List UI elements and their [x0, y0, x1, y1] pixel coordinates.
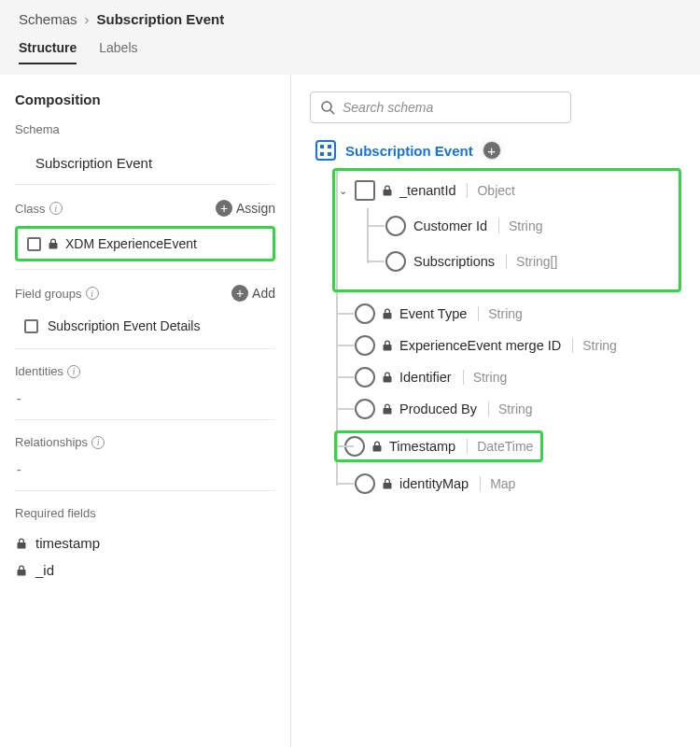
field-shape-icon — [385, 216, 406, 236]
field-type: String — [572, 338, 617, 353]
field-name: Event Type — [399, 306, 467, 321]
required-fields-label: Required fields — [15, 506, 96, 520]
root-node-icon[interactable] — [315, 140, 336, 161]
search-icon — [320, 100, 335, 115]
svg-rect-5 — [328, 152, 331, 156]
field-node[interactable]: Produced By String — [338, 393, 681, 425]
breadcrumb-root[interactable]: Schemas — [19, 11, 77, 27]
field-shape-icon — [355, 335, 375, 356]
svg-rect-2 — [320, 145, 324, 148]
field-name: Produced By — [399, 402, 477, 416]
tab-bar: Structure Labels — [19, 40, 681, 64]
class-name-label: XDM ExperienceEvent — [65, 236, 197, 251]
schema-group-label: Schema — [15, 122, 60, 136]
identities-label: Identities — [15, 364, 63, 378]
svg-rect-4 — [320, 152, 324, 156]
field-name: identityMap — [399, 476, 469, 491]
field-type: DateTime — [467, 439, 533, 454]
field-node[interactable]: Identifier String — [338, 361, 681, 393]
field-shape-icon — [355, 399, 375, 419]
lock-icon — [17, 565, 26, 576]
required-field-name: _id — [35, 562, 54, 578]
composition-heading: Composition — [15, 92, 275, 107]
field-name: Identifier — [399, 370, 452, 385]
tab-structure[interactable]: Structure — [19, 40, 77, 64]
root-node-label[interactable]: Subscription Event — [345, 143, 473, 159]
required-field-row: _id — [15, 557, 275, 584]
add-fieldgroup-button[interactable]: + Add — [231, 285, 275, 302]
lock-icon — [49, 238, 58, 249]
lock-icon — [383, 185, 392, 196]
field-type: String[] — [506, 254, 557, 269]
lock-icon — [372, 441, 382, 452]
field-name: ExperienceEvent merge ID — [399, 338, 561, 353]
required-field-name: timestamp — [35, 535, 100, 551]
identities-value: - — [15, 388, 275, 420]
field-shape-icon — [355, 303, 375, 324]
breadcrumb-current: Subscription Event — [97, 11, 225, 27]
fieldgroups-label: Field groups — [15, 287, 82, 301]
info-icon[interactable]: i — [49, 202, 63, 215]
timestamp-field-highlight[interactable]: Timestamp DateTime — [338, 425, 681, 468]
required-field-row: timestamp — [15, 529, 275, 557]
schema-canvas: Subscription Event + ⌄ _tenantId Object — [291, 75, 700, 747]
lock-icon — [383, 478, 392, 489]
search-box[interactable] — [310, 92, 571, 123]
class-group-label: Class — [15, 202, 46, 216]
lock-icon — [17, 538, 26, 549]
search-input[interactable] — [343, 100, 561, 115]
tenant-name: _tenantId — [399, 183, 455, 198]
chevron-down-icon[interactable]: ⌄ — [339, 185, 347, 197]
object-icon — [24, 319, 38, 333]
object-shape-icon — [355, 180, 375, 201]
object-icon — [27, 237, 41, 251]
plus-icon: + — [216, 200, 232, 217]
field-shape-icon — [385, 251, 406, 272]
schema-tree: Subscription Event + ⌄ _tenantId Object — [315, 140, 681, 500]
info-icon[interactable]: i — [91, 436, 105, 449]
info-icon[interactable]: i — [67, 365, 80, 378]
svg-rect-3 — [328, 145, 331, 148]
tenant-type: Object — [467, 183, 514, 198]
relationships-label: Relationships — [15, 435, 88, 449]
field-shape-icon — [355, 473, 375, 494]
field-type: String — [488, 402, 533, 416]
fieldgroup-name: Subscription Event Details — [48, 318, 200, 333]
tenant-node[interactable]: ⌄ _tenantId Object — [339, 176, 671, 208]
field-type: String — [498, 218, 543, 233]
svg-point-0 — [322, 102, 331, 111]
field-node[interactable]: Subscriptions String[] — [369, 244, 671, 279]
field-name: Subscriptions — [413, 254, 495, 269]
relationships-value: - — [15, 458, 275, 491]
class-row[interactable]: XDM ExperienceEvent — [15, 226, 275, 261]
lock-icon — [383, 403, 392, 415]
breadcrumb: Schemas › Subscription Event — [19, 11, 681, 27]
tenant-group-highlight: ⌄ _tenantId Object Customer Id String — [332, 168, 681, 292]
field-node[interactable]: Event Type String — [338, 298, 681, 330]
field-shape-icon — [355, 367, 375, 388]
fieldgroup-row[interactable]: Subscription Event Details — [15, 311, 275, 341]
chevron-right-icon: › — [85, 11, 90, 27]
composition-sidebar: Composition Schema Subscription Event Cl… — [0, 75, 291, 747]
field-name: Timestamp — [389, 439, 455, 454]
add-field-button[interactable]: + — [483, 141, 501, 160]
field-type: Map — [480, 476, 515, 491]
field-type: String — [478, 306, 523, 321]
field-node[interactable]: ExperienceEvent merge ID String — [338, 330, 681, 361]
lock-icon — [383, 308, 392, 319]
field-node[interactable]: identityMap Map — [338, 468, 681, 500]
plus-icon: + — [231, 285, 248, 302]
lock-icon — [383, 340, 392, 351]
add-label: Add — [252, 286, 275, 301]
field-name: Customer Id — [413, 218, 487, 233]
lock-icon — [383, 372, 392, 383]
tab-labels[interactable]: Labels — [99, 40, 137, 64]
field-type: String — [463, 370, 508, 385]
svg-line-1 — [330, 110, 334, 114]
assign-class-button[interactable]: + Assign — [216, 200, 275, 217]
assign-label: Assign — [236, 201, 275, 216]
info-icon[interactable]: i — [86, 287, 99, 300]
schema-name[interactable]: Subscription Event — [15, 146, 275, 185]
field-node[interactable]: Customer Id String — [369, 208, 671, 244]
